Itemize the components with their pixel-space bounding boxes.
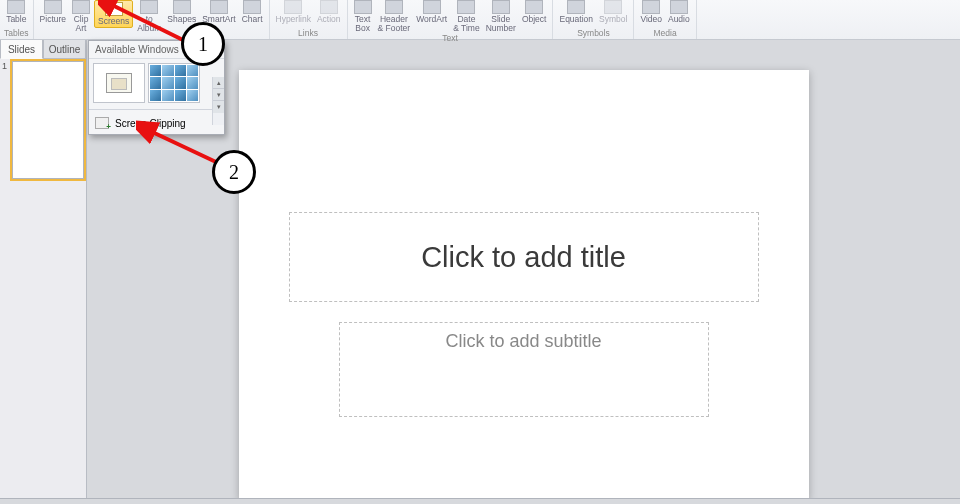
ribbon-group-label: Media bbox=[653, 28, 676, 39]
clip-icon bbox=[72, 0, 90, 14]
thumbnail-number: 1 bbox=[2, 61, 10, 179]
ribbon-header-button[interactable]: Header& Footer bbox=[376, 0, 413, 33]
video-icon bbox=[642, 0, 660, 14]
ribbon-screens-button[interactable]: Screens bbox=[94, 0, 133, 28]
ribbon-clip-button[interactable]: ClipArt bbox=[70, 0, 92, 33]
ribbon-group-symbols: EquationSymbolSymbols bbox=[553, 0, 634, 39]
scroll-up-icon[interactable]: ▴ bbox=[213, 77, 224, 89]
date-icon bbox=[457, 0, 475, 14]
ribbon-group-label: Symbols bbox=[577, 28, 610, 39]
ribbon-group-label: Tables bbox=[4, 28, 29, 39]
screen-clipping-label: Screen Clipping bbox=[115, 118, 186, 129]
ribbon-picture-button[interactable]: Picture bbox=[38, 0, 68, 24]
ribbon-label: TextBox bbox=[355, 15, 371, 33]
ribbon-chart-button[interactable]: Chart bbox=[240, 0, 265, 24]
screen-clipping-item[interactable]: Screen Clipping bbox=[89, 112, 224, 134]
ribbon-slide-button[interactable]: SlideNumber bbox=[484, 0, 518, 33]
ribbon-hyperlink-button: Hyperlink bbox=[274, 0, 313, 24]
ribbon-object-button[interactable]: Object bbox=[520, 0, 549, 24]
ribbon-label: Audio bbox=[668, 15, 690, 24]
ribbon-label: Equation bbox=[559, 15, 593, 24]
screen-clipping-icon bbox=[95, 117, 109, 129]
object-icon bbox=[525, 0, 543, 14]
table-icon bbox=[7, 0, 25, 14]
shapes-icon bbox=[173, 0, 191, 14]
separator bbox=[89, 109, 224, 110]
ribbon-label: SlideNumber bbox=[486, 15, 516, 33]
equation-icon bbox=[567, 0, 585, 14]
action-icon bbox=[320, 0, 338, 14]
ribbon-label: Object bbox=[522, 15, 547, 24]
ribbon-label: Screens bbox=[98, 17, 129, 26]
chart-icon bbox=[243, 0, 261, 14]
ribbon-label: Chart bbox=[242, 15, 263, 24]
thumbnail-preview[interactable] bbox=[12, 61, 84, 179]
ribbon-group-tables: TableTables bbox=[0, 0, 34, 39]
ribbon-label: Picture bbox=[40, 15, 66, 24]
ribbon-label: Header& Footer bbox=[378, 15, 411, 33]
sidebar: SlidesOutline 1 bbox=[0, 40, 87, 504]
picture-icon bbox=[44, 0, 62, 14]
ribbon-smartart-button[interactable]: SmartArt bbox=[200, 0, 238, 24]
available-windows-gallery bbox=[89, 59, 224, 107]
tab-outline[interactable]: Outline bbox=[43, 40, 86, 59]
screenshot-dropdown: Available Windows ▴ ▾ ▾ Screen Clipping bbox=[88, 40, 225, 135]
ribbon-wordart-button[interactable]: WordArt bbox=[414, 0, 449, 24]
ribbon-to-button[interactable]: toAlbum bbox=[135, 0, 163, 33]
gallery-scrollbar[interactable]: ▴ ▾ ▾ bbox=[212, 77, 224, 125]
status-area bbox=[0, 498, 960, 504]
ribbon-video-button[interactable]: Video bbox=[638, 0, 664, 24]
ribbon-equation-button[interactable]: Equation bbox=[557, 0, 595, 24]
ribbon-date-button[interactable]: Date& Time bbox=[451, 0, 481, 33]
ribbon-label: SmartArt bbox=[202, 15, 236, 24]
gallery-expand-icon[interactable]: ▾ bbox=[213, 101, 224, 113]
ribbon-group-label: Links bbox=[298, 28, 318, 39]
ribbon-label: Video bbox=[640, 15, 662, 24]
ribbon-group-links: HyperlinkActionLinks bbox=[270, 0, 348, 39]
ribbon-label: Action bbox=[317, 15, 341, 24]
hyperlink-icon bbox=[284, 0, 302, 14]
ribbon-label: WordArt bbox=[416, 15, 447, 24]
ribbon-label: Symbol bbox=[599, 15, 627, 24]
sidebar-tabs: SlidesOutline bbox=[0, 40, 86, 59]
ribbon-group-images: PictureClipArtScreenstoAlbumShapesSmartA… bbox=[34, 0, 270, 39]
audio-icon bbox=[670, 0, 688, 14]
ribbon-label: Table bbox=[6, 15, 26, 24]
ribbon-label: Hyperlink bbox=[276, 15, 311, 24]
window-thumbnail-2[interactable] bbox=[148, 63, 200, 103]
slide[interactable]: Click to add title Click to add subtitle bbox=[239, 70, 809, 500]
window-thumbnail-1[interactable] bbox=[93, 63, 145, 103]
ribbon-symbol-button: Symbol bbox=[597, 0, 629, 24]
ribbon-group-media: VideoAudioMedia bbox=[634, 0, 696, 39]
slide-icon bbox=[492, 0, 510, 14]
text-icon bbox=[354, 0, 372, 14]
title-placeholder[interactable]: Click to add title bbox=[289, 212, 759, 302]
ribbon-shapes-button[interactable]: Shapes bbox=[165, 0, 198, 24]
smartart-icon bbox=[210, 0, 228, 14]
symbol-icon bbox=[604, 0, 622, 14]
ribbon-table-button[interactable]: Table bbox=[4, 0, 28, 24]
thumbnail-area: 1 bbox=[0, 59, 86, 504]
slide-thumbnail-1[interactable]: 1 bbox=[2, 61, 84, 179]
ribbon-label: toAlbum bbox=[137, 15, 161, 33]
screens-icon bbox=[105, 2, 123, 16]
ribbon-label: Shapes bbox=[167, 15, 196, 24]
tab-slides[interactable]: Slides bbox=[0, 40, 43, 59]
ribbon-action-button: Action bbox=[315, 0, 343, 24]
subtitle-placeholder[interactable]: Click to add subtitle bbox=[339, 322, 709, 417]
dropdown-header: Available Windows bbox=[89, 41, 224, 59]
ribbon-text-button[interactable]: TextBox bbox=[352, 0, 374, 33]
header-icon bbox=[385, 0, 403, 14]
ribbon-label: Date& Time bbox=[453, 15, 479, 33]
ribbon-group-label: Text bbox=[442, 33, 458, 44]
ribbon-audio-button[interactable]: Audio bbox=[666, 0, 692, 24]
ribbon-group-text: TextBoxHeader& FooterWordArtDate& TimeSl… bbox=[348, 0, 554, 39]
wordart-icon bbox=[423, 0, 441, 14]
ribbon: TableTablesPictureClipArtScreenstoAlbumS… bbox=[0, 0, 960, 40]
ribbon-label: ClipArt bbox=[74, 15, 89, 33]
to-icon bbox=[140, 0, 158, 14]
scroll-down-icon[interactable]: ▾ bbox=[213, 89, 224, 101]
